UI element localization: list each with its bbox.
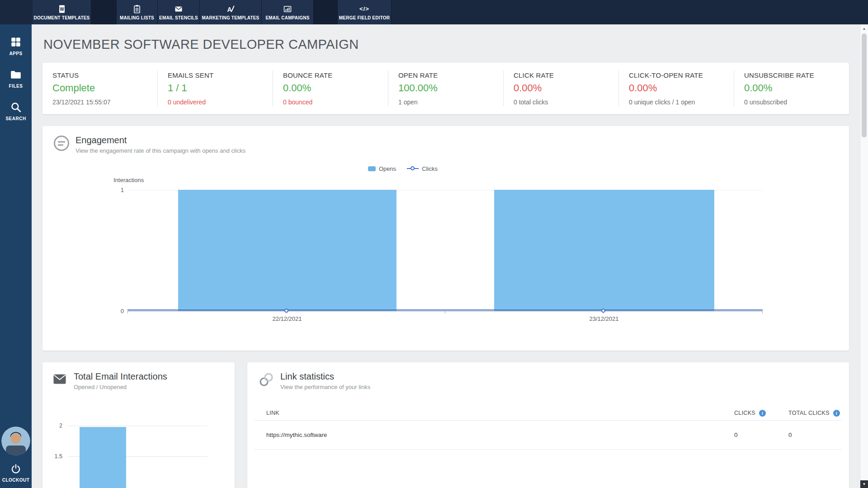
stat-sub: 23/12/2021 15:55:07 bbox=[52, 99, 147, 106]
links-header: Link statistics View the performance of … bbox=[258, 371, 370, 390]
x-tick-label: 23/12/2021 bbox=[589, 315, 618, 322]
letter-a-pen-icon: A bbox=[226, 5, 235, 14]
main-content: NOVEMBER SOFTWARE DEVELOPER CAMPAIGN STA… bbox=[32, 24, 860, 488]
engagement-chart: Interactions 1 0 22/12/2021 23/12/2021 bbox=[127, 190, 763, 311]
stat-sub: 1 open bbox=[398, 99, 493, 106]
interactions-subtitle: Opened / Unopened bbox=[74, 384, 167, 390]
y-axis-label: Interactions bbox=[113, 177, 144, 183]
sidebar-item-search[interactable]: SEARCH bbox=[0, 95, 32, 127]
opened-bar bbox=[80, 427, 126, 488]
stat-sub: 0 total clicks bbox=[514, 99, 609, 106]
sidebar-item-label: FILES bbox=[9, 84, 23, 89]
tab-label: MAILING LISTS bbox=[120, 16, 154, 20]
power-icon[interactable] bbox=[10, 464, 21, 474]
vertical-scrollbar[interactable]: ▲ ▼ bbox=[860, 24, 868, 488]
info-icon[interactable]: i bbox=[759, 410, 766, 417]
stat-label: UNSUBSCRIBE RATE bbox=[744, 71, 839, 79]
stat-click-to-open-rate: CLICK-TO-OPEN RATE 0.00% 0 unique clicks… bbox=[618, 70, 734, 107]
legend-opens[interactable]: Opens bbox=[368, 165, 396, 172]
scroll-up-arrow-icon[interactable]: ▲ bbox=[860, 24, 868, 33]
marketing-letter: A bbox=[227, 5, 231, 13]
stat-sub: 0 bounced bbox=[283, 99, 378, 106]
link-clicks-value: 0 bbox=[734, 432, 788, 438]
stat-sub: 0 undelivered bbox=[168, 99, 263, 106]
sidebar-item-files[interactable]: FILES bbox=[0, 62, 32, 95]
stat-label: BOUNCE RATE bbox=[283, 71, 378, 79]
engagement-card: Engagement View the engagement rate of t… bbox=[42, 126, 849, 351]
tab-label: EMAIL CAMPAIGNS bbox=[265, 16, 309, 20]
engagement-icon bbox=[53, 135, 70, 151]
y-tick: 0 bbox=[115, 308, 124, 314]
sidebar-item-apps[interactable]: APPS bbox=[0, 30, 32, 62]
stat-label: CLICK-TO-OPEN RATE bbox=[629, 71, 724, 79]
stat-value: 100.00% bbox=[398, 82, 493, 94]
envelope-chart-icon bbox=[283, 5, 292, 14]
link-total-clicks-value: 0 bbox=[788, 432, 842, 438]
opens-swatch bbox=[368, 166, 376, 171]
stat-value: 0.00% bbox=[514, 82, 609, 94]
scroll-down-arrow-icon[interactable]: ▼ bbox=[860, 480, 868, 488]
top-navigation-bar: W DOCUMENT TEMPLATES MAILING LISTS EMAIL… bbox=[0, 0, 868, 24]
chart-legend: Opens Clicks bbox=[42, 164, 763, 173]
stat-unsubscribe-rate: UNSUBSCRIBE RATE 0.00% 0 unsubscribed bbox=[734, 70, 849, 107]
clicks-swatch bbox=[407, 166, 419, 171]
stat-value: 0.00% bbox=[283, 82, 378, 94]
stat-label: STATUS bbox=[52, 71, 147, 79]
link-url[interactable]: https://mythic.software bbox=[266, 432, 734, 438]
user-avatar[interactable] bbox=[1, 427, 30, 455]
tab-email-stencils[interactable]: EMAIL STENCILS bbox=[158, 0, 200, 24]
sidebar-item-clockout-label: CLOCKOUT bbox=[2, 478, 30, 483]
link-chain-icon bbox=[258, 371, 274, 388]
engagement-header: Engagement View the engagement rate of t… bbox=[53, 135, 245, 154]
stat-label: OPEN RATE bbox=[398, 71, 493, 79]
stat-label: CLICK RATE bbox=[514, 71, 609, 79]
stat-label: EMAILS SENT bbox=[168, 71, 263, 79]
stat-sub: 0 unique clicks / 1 open bbox=[629, 99, 724, 106]
envelope-icon bbox=[53, 374, 66, 384]
clipboard-list-icon bbox=[132, 5, 142, 14]
sidebar-item-label: SEARCH bbox=[5, 116, 26, 121]
word-letter: W bbox=[60, 6, 64, 11]
folder-icon bbox=[10, 69, 22, 80]
stat-value: 1 / 1 bbox=[168, 82, 263, 94]
tab-mailing-lists[interactable]: MAILING LISTS bbox=[117, 0, 158, 24]
gridline bbox=[68, 426, 208, 426]
stat-status: STATUS Complete 23/12/2021 15:55:07 bbox=[42, 70, 157, 107]
tab-spacer bbox=[314, 0, 338, 24]
links-subtitle: View the performance of your links bbox=[280, 384, 370, 390]
search-icon bbox=[10, 101, 22, 113]
column-header-clicks: CLICKS i bbox=[734, 410, 788, 417]
table-header-row: LINK CLICKS i TOTAL CLICKS i bbox=[255, 406, 842, 421]
engagement-subtitle: View the engagement rate of this campaig… bbox=[75, 147, 245, 154]
envelope-icon bbox=[174, 5, 183, 14]
tab-document-templates[interactable]: W DOCUMENT TEMPLATES bbox=[33, 0, 91, 24]
column-header-link: LINK bbox=[266, 410, 734, 416]
stat-emails-sent: EMAILS SENT 1 / 1 0 undelivered bbox=[157, 70, 273, 107]
y-tick: 1.5 bbox=[51, 453, 62, 460]
tab-merge-field-editor[interactable]: </> MERGE FIELD EDITOR bbox=[338, 0, 392, 24]
x-axis-tick bbox=[127, 311, 128, 314]
x-axis-tick bbox=[286, 311, 287, 314]
link-statistics-card: Link statistics View the performance of … bbox=[247, 362, 849, 488]
scrollbar-thumb[interactable] bbox=[862, 33, 867, 137]
info-icon[interactable]: i bbox=[833, 410, 840, 417]
tab-label: EMAIL STENCILS bbox=[159, 16, 198, 20]
tab-label: DOCUMENT TEMPLATES bbox=[34, 16, 90, 20]
total-clicks-header-label: TOTAL CLICKS bbox=[788, 410, 830, 416]
opens-bar-23-12-2021 bbox=[494, 190, 714, 311]
x-axis-tick bbox=[445, 311, 445, 314]
stat-open-rate: OPEN RATE 100.00% 1 open bbox=[388, 70, 503, 107]
legend-clicks[interactable]: Clicks bbox=[407, 165, 438, 172]
tab-spacer bbox=[91, 0, 117, 24]
interactions-title: Total Email Interactions bbox=[74, 371, 167, 382]
tab-label: MERGE FIELD EDITOR bbox=[339, 16, 390, 20]
tab-marketing-templates[interactable]: A MARKETING TEMPLATES bbox=[200, 0, 262, 24]
tab-label: MARKETING TEMPLATES bbox=[202, 16, 259, 20]
apps-grid-icon bbox=[10, 36, 22, 48]
word-document-icon: W bbox=[57, 5, 66, 14]
interactions-header: Total Email Interactions Opened / Unopen… bbox=[53, 371, 167, 390]
stat-click-rate: CLICK RATE 0.00% 0 total clicks bbox=[503, 70, 618, 107]
x-axis-tick bbox=[762, 311, 763, 314]
page-title: NOVEMBER SOFTWARE DEVELOPER CAMPAIGN bbox=[43, 37, 849, 52]
tab-email-campaigns[interactable]: EMAIL CAMPAIGNS bbox=[262, 0, 314, 24]
